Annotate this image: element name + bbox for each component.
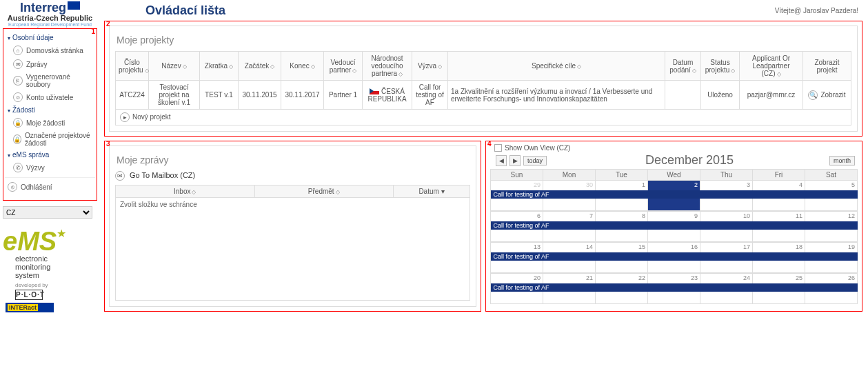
nav-group-personal[interactable]: Osobní údaje <box>5 32 95 43</box>
cell-applicant: pazjar@mmr.cz <box>740 81 803 110</box>
col-nationality[interactable]: Národnost vedoucího partnera◇ <box>363 52 412 81</box>
calendar-day-number: 15 <box>596 243 647 250</box>
calendar-day-number: 7 <box>543 212 595 219</box>
tab-subject[interactable]: Předmět◇ <box>255 186 394 197</box>
col-project-id[interactable]: Číslo projektu◇ <box>116 52 149 81</box>
nav-bookmarked-applications[interactable]: 🔒 Označené projektové žádosti <box>5 130 95 149</box>
calendar-day-number: 25 <box>753 274 805 281</box>
nav-label: Moje žádosti <box>26 119 65 127</box>
calendar-day-header: Sun <box>491 170 543 181</box>
messages-heading: Moje zprávy <box>117 154 470 166</box>
cell-submitted <box>665 81 701 110</box>
calendar-day-header: Mon <box>543 170 596 181</box>
calendar-event[interactable]: Call for testing of AF <box>491 252 858 261</box>
col-call[interactable]: Výzva◇ <box>412 52 448 81</box>
lock-icon: 🔒 <box>13 118 23 128</box>
annotation-1: 1 <box>91 28 95 35</box>
flag-cz-icon <box>370 88 379 94</box>
ems-logo: eMS★ electronic monitoring system <box>3 228 97 279</box>
calendar-day-number: 5 <box>805 181 857 188</box>
cell-objectives: 1a Zkvalitnění a rozšíření výzkumu a ino… <box>448 81 665 110</box>
nav-user-account[interactable]: ☺ Konto uživatele <box>5 90 95 104</box>
interact-badge: INTERact <box>6 303 54 312</box>
table-row[interactable]: ATCZ24 Testovací projekt na školení v.1 … <box>116 81 851 110</box>
calendar-day-number: 2 <box>648 181 700 188</box>
sort-icon: ◇ <box>336 189 340 195</box>
col-start[interactable]: Začátek◇ <box>239 52 281 81</box>
projects-heading: Moje projekty <box>117 34 851 46</box>
calendar-day-number: 8 <box>596 212 647 219</box>
calendar-day-number: 26 <box>805 274 857 281</box>
calendar-panel: 4 Show Own View (CZ) ◀ ▶ today December … <box>485 141 862 312</box>
col-end[interactable]: Konec◇ <box>281 52 324 81</box>
cell-end: 30.11.2017 <box>281 81 324 110</box>
sort-icon: ◇ <box>192 189 196 195</box>
cell-lead: Partner 1 <box>324 81 363 110</box>
calendar-day-number: 12 <box>805 212 857 219</box>
nav-calls[interactable]: ✆ Výzvy <box>5 161 95 174</box>
nav-label: Vygenerované soubory <box>26 73 95 88</box>
sort-icon: ◇ <box>692 68 696 74</box>
calendar-day-number: 3 <box>700 181 752 188</box>
new-project-button[interactable]: ▸Nový projekt <box>115 110 851 126</box>
calendar-day-number: 30 <box>543 181 595 188</box>
goto-mailbox-button[interactable]: Go To Mailbox (CZ) <box>130 171 195 179</box>
nav-home[interactable]: ⌂ Domovská stránka <box>5 43 95 57</box>
home-icon: ⌂ <box>13 46 23 55</box>
calendar-month-button[interactable]: month <box>829 156 855 166</box>
calendar-day-number: 4 <box>753 181 805 188</box>
tab-inbox[interactable]: Inbox◇ <box>116 186 255 197</box>
calendar-event[interactable]: Call for testing of AF <box>491 190 858 199</box>
nav-my-applications[interactable]: 🔒 Moje žádosti <box>5 116 95 130</box>
calendar-day-number: 24 <box>700 274 752 281</box>
plot-logo: P·L·O·T <box>15 290 43 300</box>
sort-icon: ◇ <box>183 63 187 70</box>
col-submitted[interactable]: Datum podání◇ <box>665 52 701 81</box>
col-status[interactable]: Status projektu◇ <box>701 52 740 81</box>
nav-label: Označené projektové žádosti <box>25 132 95 147</box>
show-own-checkbox[interactable] <box>494 144 502 152</box>
calendar-next-button[interactable]: ▶ <box>509 155 521 166</box>
page-title: Ovládací lišta <box>145 3 225 18</box>
tab-date[interactable]: Datum ▾ <box>394 186 470 197</box>
sort-icon: ◇ <box>352 68 356 74</box>
calendar-event[interactable]: Call for testing of AF <box>491 221 858 230</box>
show-project-button[interactable]: 🔍Zobrazit <box>803 81 851 110</box>
cell-nationality: ČESKÁ REPUBLIKA <box>363 81 412 110</box>
col-objectives[interactable]: Specifické cíle◇ <box>448 52 665 81</box>
nav-group-ems[interactable]: eMS správa <box>5 149 95 161</box>
calendar-today-button[interactable]: today <box>523 156 547 166</box>
col-lead[interactable]: Vedoucí partner◇ <box>324 52 363 81</box>
sort-icon: ◇ <box>731 68 735 74</box>
messages-panel: 3 Moje zprávy ✉ Go To Mailbox (CZ) Inbox… <box>104 141 481 312</box>
calendar-day-header: Wed <box>648 170 700 181</box>
calendar-day-number: 14 <box>543 243 595 250</box>
language-select[interactable]: CZ <box>3 206 92 219</box>
calendar-day-header: Fri <box>753 170 805 181</box>
nav-generated-files[interactable]: ⎘ Vygenerované soubory <box>5 71 95 90</box>
sort-icon: ◇ <box>777 71 781 77</box>
nav-group-applications[interactable]: Žádosti <box>5 104 95 116</box>
calendar-event[interactable]: Call for testing of AF <box>491 283 858 292</box>
lock-icon: 🔒 <box>13 134 21 144</box>
magnifier-icon: 🔍 <box>808 90 818 100</box>
col-applicant[interactable]: Applicant Or Leadpartner (CZ)◇ <box>740 52 803 81</box>
calendar-prev-button[interactable]: ◀ <box>496 155 507 166</box>
calendar-day-number: 29 <box>491 181 543 188</box>
logout-button[interactable]: ⎋ Odhlášení <box>5 177 95 196</box>
mailbox-icon: ✉ <box>115 171 125 181</box>
col-acronym[interactable]: Zkratka◇ <box>200 52 239 81</box>
projects-panel: 2 Moje projekty Číslo projektu◇ Název <box>104 21 862 137</box>
calendar-day-header: Tue <box>596 170 648 181</box>
calendar-grid: SunMonTueWedThuFriSat 293012345Call for … <box>490 169 858 304</box>
calendar-day-number: 13 <box>491 243 543 250</box>
messages-body: Zvolit složku ve schránce <box>115 197 470 301</box>
logo-interreg: Interreg Austria-Czech Republic European… <box>3 1 97 27</box>
col-name[interactable]: Název◇ <box>149 52 200 81</box>
cell-call: Call for testing of AF <box>412 81 448 110</box>
sidebar-nav: 1 Osobní údaje ⌂ Domovská stránka ✉ Zprá… <box>3 28 97 201</box>
nav-messages[interactable]: ✉ Zprávy <box>5 57 95 71</box>
developed-by-label: developed by <box>15 282 97 288</box>
sort-icon: ◇ <box>438 63 442 70</box>
user-icon: ☺ <box>13 92 23 102</box>
